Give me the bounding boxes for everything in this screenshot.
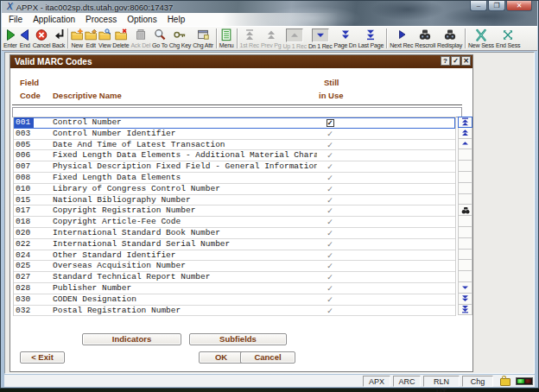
table-row[interactable]: 007Physical Description Fixed Field - Ge…: [14, 161, 455, 173]
menu-help[interactable]: Help: [162, 13, 191, 26]
dialog-help-button[interactable]: ?: [441, 56, 450, 66]
table-row[interactable]: 018Copyright Article-Fee Code✓: [14, 217, 455, 228]
toolbar-button-dn-1-rec[interactable]: Dn 1 Rec: [308, 27, 333, 50]
chg-key-icon: [174, 28, 186, 41]
cancel-icon: [35, 28, 48, 41]
scroll-cell-scroll-down[interactable]: [458, 282, 472, 294]
toolbar-button-new[interactable]: New: [70, 27, 84, 50]
toolbar-button-view[interactable]: View: [98, 27, 111, 50]
toolbar-button-label: End: [20, 41, 30, 49]
toolbar-button-go-to[interactable]: Go To: [151, 27, 168, 50]
toolbar-button-label: Redisplay: [437, 41, 462, 49]
binoculars-icon: [444, 28, 456, 41]
row-descriptive-name: Postal Registration Number: [53, 306, 317, 316]
table-row[interactable]: 006Fixed Length Data Elements - Addition…: [14, 150, 455, 161]
toolbar-button-page-dn[interactable]: Page Dn: [333, 27, 358, 50]
scroll-cell: [458, 172, 472, 183]
row-descriptive-name: Fixed Length Data Elements: [53, 173, 317, 183]
table-row[interactable]: 008Fixed Length Data Elements✓: [14, 173, 455, 184]
toolbar-button-redisplay[interactable]: Redisplay: [436, 27, 463, 50]
toolbar-button-rescroll[interactable]: Rescroll: [414, 27, 436, 50]
table-row[interactable]: 020International Standard Book Number✓: [14, 228, 455, 239]
toolbar-button-menu[interactable]: Menu: [219, 27, 235, 50]
scroll-cell: [458, 161, 472, 172]
row-descriptive-name: International Standard Serial Number: [53, 239, 317, 250]
scroll-cell: [458, 183, 472, 194]
indicators-button[interactable]: Indicators: [82, 333, 181, 345]
go-to-icon: [154, 28, 166, 41]
row-field-code: 001: [15, 117, 34, 128]
exit-button[interactable]: < Exit: [20, 351, 65, 364]
close-button[interactable]: ✕: [506, 1, 532, 11]
ok-button[interactable]: OK: [199, 351, 244, 364]
table-row[interactable]: 032Postal Registration Number✓: [14, 306, 455, 317]
cancel-button[interactable]: Cancel: [240, 351, 295, 364]
row-field-code: 006: [16, 150, 48, 161]
in-use-checkmark: ✓: [323, 250, 337, 261]
scroll-cell-scroll-page-down[interactable]: [458, 294, 472, 305]
toolbar-button-label: Menu: [219, 41, 234, 49]
menu-process[interactable]: Process: [80, 13, 122, 26]
scroll-cell-scroll-prev-page[interactable]: [458, 128, 472, 139]
dialog-close-button[interactable]: ✕: [461, 56, 471, 66]
table-row[interactable]: 003Control Number Identifier✓: [14, 129, 455, 140]
table-row[interactable]: 027Standard Technical Report Number✓: [14, 272, 455, 283]
row-field-code: 015: [16, 195, 48, 205]
table-row[interactable]: 022International Standard Serial Number✓: [14, 239, 455, 250]
column-header-still: Still: [324, 78, 339, 87]
window-titlebar[interactable]: X APPX - itac002sp.dts.utah.gov:8060:174…: [2, 1, 537, 13]
toolbar-button-label: Delete: [112, 41, 129, 49]
toolbar-button-enter[interactable]: Enter: [3, 27, 18, 50]
toolbar-button-end[interactable]: End: [18, 27, 32, 50]
toolbar-button-next-rec[interactable]: Next Rec: [389, 27, 414, 50]
row-field-code: 017: [16, 205, 48, 216]
menu-application[interactable]: Application: [28, 13, 80, 26]
row-field-code: 010: [16, 184, 48, 194]
scroll-cell: [458, 250, 472, 261]
table-row[interactable]: 001Control Number✓: [14, 117, 455, 129]
table-row[interactable]: 005Date And Time of Latest Transaction✓: [14, 140, 455, 151]
table-row[interactable]: 025Overseas Acquisition Number✓: [14, 261, 455, 272]
menu-file[interactable]: File: [3, 13, 28, 26]
dialog-confirm-button[interactable]: ✓: [451, 56, 460, 66]
toolbar-button-cancel[interactable]: Cancel: [32, 27, 52, 50]
nav-prev-page-icon: [265, 28, 277, 41]
row-field-code: 027: [16, 272, 48, 282]
row-field-code: 028: [16, 283, 48, 294]
subfields-button[interactable]: Subfields: [189, 333, 287, 345]
toolbar-button-last-page[interactable]: Last Page: [357, 27, 384, 50]
in-use-checkmark: ✓: [323, 161, 337, 172]
toolbar-button-back[interactable]: Back: [51, 27, 66, 50]
toolbar-button-label: Chg Key: [169, 41, 191, 49]
row-field-code: 025: [16, 261, 48, 271]
in-use-checkbox[interactable]: ✓: [327, 119, 334, 127]
table-row[interactable]: 028Publisher Number✓: [14, 283, 455, 294]
scroll-cell-find-binoculars[interactable]: [458, 205, 472, 216]
toolbar-button-label: Back: [52, 41, 65, 49]
row-descriptive-name: Standard Technical Report Number: [53, 272, 317, 282]
table-row[interactable]: 015National Bibliography Number✓: [14, 195, 455, 206]
toolbar-button-edit[interactable]: Edit: [84, 27, 98, 50]
minimize-button[interactable]: –: [470, 1, 487, 11]
table-row[interactable]: 030CODEN Designation✓: [14, 294, 455, 306]
in-use-checkmark: ✓: [323, 173, 337, 183]
toolbar-button-end-sess[interactable]: End Sess: [495, 27, 521, 50]
maximize-button[interactable]: ❐: [488, 1, 505, 11]
row-descriptive-name: Date And Time of Latest Transaction: [53, 140, 317, 150]
toolbar-button-new-sess[interactable]: New Sess: [467, 27, 495, 50]
menu-options[interactable]: Options: [122, 13, 162, 26]
toolbar-button-chg-attr[interactable]: Chg Attr: [192, 27, 214, 50]
folder-new-icon: [71, 28, 83, 41]
toolbar-button-delete[interactable]: Delete: [111, 27, 130, 50]
status-cell-arc: ARC: [393, 376, 421, 387]
table-row[interactable]: 017Copyright Registration Number✓: [14, 205, 455, 217]
end-icon: [19, 28, 31, 41]
scroll-cell-scroll-first[interactable]: [458, 117, 472, 128]
table-row[interactable]: 010Library of Congress Control Number✓: [14, 184, 455, 195]
scroll-cell-scroll-last[interactable]: [458, 305, 472, 316]
scroll-prev-page-icon: [461, 129, 469, 136]
toolbar-button-chg-key[interactable]: Chg Key: [168, 27, 192, 50]
scroll-down-icon: [461, 284, 469, 291]
table-row[interactable]: 024Other Standard Identifier✓: [14, 250, 455, 262]
scroll-cell-scroll-up[interactable]: [458, 139, 472, 150]
